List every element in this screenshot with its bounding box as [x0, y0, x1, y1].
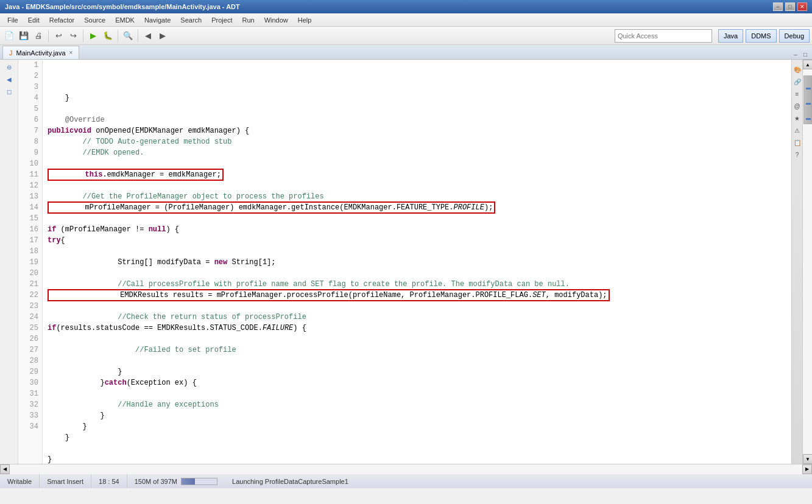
search-button[interactable]: 🔍: [121, 29, 135, 43]
line-number: 16: [18, 224, 42, 235]
scroll-right-button[interactable]: ▶: [802, 464, 812, 474]
toolbar-separator-4: [138, 30, 138, 42]
task-icon[interactable]: ◻: [4, 86, 15, 96]
menu-help[interactable]: Help: [293, 15, 317, 25]
warning-icon[interactable]: ⚠: [793, 125, 802, 135]
scroll-marker-3: [806, 118, 811, 120]
star-icon[interactable]: ★: [793, 113, 802, 123]
new-button[interactable]: 📄: [2, 29, 16, 43]
java-perspective-button[interactable]: Java: [718, 29, 743, 43]
menu-refactor[interactable]: Refactor: [44, 15, 80, 25]
line-number: 24: [18, 312, 42, 323]
line-number: 21: [18, 279, 42, 290]
line-number: 26: [18, 334, 42, 345]
at-icon[interactable]: @: [793, 101, 802, 111]
restore-button[interactable]: □: [785, 2, 795, 11]
tab-icon: J: [9, 49, 13, 57]
code-line: [48, 443, 791, 454]
line-number: 9: [18, 147, 42, 158]
scrollbar-track[interactable]: [803, 69, 812, 454]
code-line: }: [48, 366, 791, 377]
line-number: 20: [18, 268, 42, 279]
close-button[interactable]: ✕: [797, 2, 807, 11]
vertical-scrollbar[interactable]: ▲ ▼: [802, 60, 812, 464]
line-number: 14: [18, 202, 42, 213]
save-button[interactable]: 💾: [17, 29, 30, 43]
menu-project[interactable]: Project: [207, 15, 237, 25]
menu-emdk[interactable]: EMDK: [110, 15, 139, 25]
line-number: 31: [18, 388, 42, 399]
right-sidebar: 🎨 🔗 ≡ @ ★ ⚠ 📋 ?: [791, 60, 802, 464]
line-number: 32: [18, 399, 42, 410]
minimize-editor-button[interactable]: –: [791, 51, 800, 58]
editor-area: J MainActivity.java × – □ ⊖ ◀ ◻ 12345678…: [0, 45, 812, 474]
code-line: this.emdkManager = emdkManager;: [48, 169, 791, 180]
tab-close-button[interactable]: ×: [69, 49, 73, 56]
line-number: 4: [18, 93, 42, 103]
palette-icon[interactable]: 🎨: [793, 65, 802, 74]
menu-run[interactable]: Run: [237, 15, 259, 25]
debug-perspective-button[interactable]: Debug: [779, 29, 810, 43]
toolbar-separator-1: [48, 30, 49, 42]
code-line: [48, 301, 791, 312]
task2-icon[interactable]: 📋: [793, 138, 802, 147]
menu-edit[interactable]: Edit: [23, 15, 44, 25]
code-line: EMDKResults results = mProfileManager.pr…: [48, 290, 791, 301]
file-tab[interactable]: J MainActivity.java ×: [2, 46, 79, 59]
menu-window[interactable]: Window: [259, 15, 293, 25]
maximize-editor-button[interactable]: □: [801, 51, 810, 58]
toolbar-separator-2: [83, 30, 83, 42]
line-number: 17: [18, 235, 42, 246]
undo-button[interactable]: ↩: [52, 29, 65, 43]
code-line: }: [48, 454, 791, 464]
forward-button[interactable]: ▶: [156, 29, 169, 43]
menu-navigate[interactable]: Navigate: [139, 15, 175, 25]
menu-bar: File Edit Refactor Source EMDK Navigate …: [0, 13, 812, 27]
status-insert-mode: Smart Insert: [40, 474, 91, 488]
outline-icon[interactable]: ≡: [793, 89, 802, 99]
line-number: 33: [18, 410, 42, 421]
memory-bar-fill: [182, 478, 195, 485]
minimize-button[interactable]: –: [773, 2, 783, 11]
code-editor[interactable]: 1234567891011121314151617181920212223242…: [18, 60, 791, 464]
code-line: String[] modifyData = new String[1];: [48, 257, 791, 268]
menu-source[interactable]: Source: [79, 15, 110, 25]
ddms-perspective-button[interactable]: DDMS: [746, 29, 776, 43]
connect-icon[interactable]: 🔗: [793, 77, 802, 86]
menu-search[interactable]: Search: [175, 15, 207, 25]
code-line: //Check the return status of processProf…: [48, 312, 791, 323]
code-line: }: [48, 432, 791, 443]
line-number: 13: [18, 191, 42, 202]
code-line: [48, 355, 791, 366]
redo-button[interactable]: ↪: [66, 29, 80, 43]
help-icon[interactable]: ?: [793, 150, 802, 159]
line-number: 10: [18, 158, 42, 169]
smart-insert-label: Smart Insert: [47, 478, 83, 485]
code-line: //Handle any exceptions: [48, 399, 791, 410]
status-position: 18 : 54: [91, 474, 127, 488]
scroll-up-button[interactable]: ▲: [803, 60, 812, 69]
code-lines: } @Override public void onOpened(EMDKMan…: [43, 60, 791, 464]
code-line: }: [48, 421, 791, 432]
line-number: 18: [18, 246, 42, 257]
run-button[interactable]: ▶: [86, 29, 100, 43]
bookmark-icon[interactable]: ◀: [4, 74, 15, 84]
tab-restore-controls: – □: [791, 51, 812, 59]
horizontal-scrollbar[interactable]: ◀ ▶: [0, 464, 812, 474]
line-number: 22: [18, 290, 42, 301]
print-button[interactable]: 🖨: [32, 29, 45, 43]
menu-file[interactable]: File: [2, 15, 23, 25]
quick-access-box[interactable]: [615, 29, 712, 43]
debug-button[interactable]: 🐛: [101, 29, 115, 43]
line-number: 7: [18, 125, 42, 136]
quick-access-input[interactable]: [618, 32, 703, 40]
collapse-icon[interactable]: ⊖: [4, 62, 15, 72]
back-button[interactable]: ◀: [141, 29, 155, 43]
code-line: [48, 334, 791, 345]
writable-label: Writable: [7, 478, 32, 485]
scroll-left-button[interactable]: ◀: [0, 464, 10, 474]
scroll-down-button[interactable]: ▼: [803, 454, 812, 464]
hscroll-track[interactable]: [10, 464, 802, 474]
toolbar: 📄 💾 🖨 ↩ ↪ ▶ 🐛 🔍 ◀ ▶ Java DDMS Debug: [0, 27, 812, 45]
scrollbar-thumb[interactable]: [803, 75, 812, 124]
